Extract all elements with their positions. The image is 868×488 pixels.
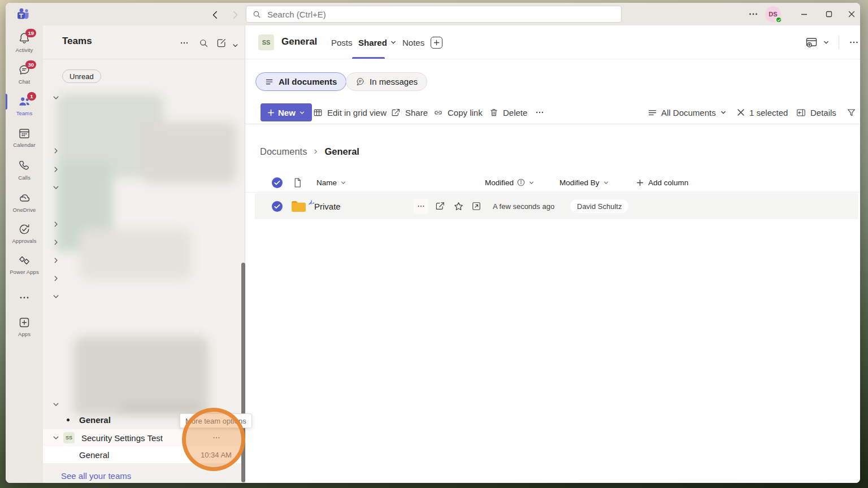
- rail-item-power-apps[interactable]: Power Apps: [6, 254, 43, 275]
- unread-filter-pill[interactable]: Unread: [62, 69, 101, 83]
- rail-item-approvals[interactable]: Approvals: [6, 223, 43, 244]
- row-more-actions-button[interactable]: [414, 199, 428, 213]
- breadcrumb-general[interactable]: General: [324, 146, 359, 157]
- chevron-right-icon[interactable]: [52, 256, 60, 264]
- calendar-icon: [18, 127, 31, 140]
- file-row-private[interactable]: Private A few seconds ago David Schultz: [255, 193, 858, 219]
- breadcrumb: Documents General: [260, 146, 359, 157]
- back-arrow-button[interactable]: [209, 8, 222, 21]
- copy-link-button[interactable]: Copy link: [433, 103, 483, 121]
- chevron-down-icon[interactable]: [52, 184, 60, 191]
- info-icon: [517, 178, 525, 186]
- chevron-right-icon[interactable]: [52, 220, 60, 228]
- modified-by-person[interactable]: David Schultz: [570, 199, 628, 213]
- channel-more-options-icon[interactable]: [848, 37, 860, 48]
- row-favorite-star-icon[interactable]: [453, 193, 465, 219]
- compose-icon[interactable]: [215, 36, 228, 50]
- rail-label: Teams: [16, 110, 32, 116]
- forward-arrow-button[interactable]: [229, 8, 241, 21]
- grid-icon: [313, 107, 323, 118]
- rail-item-calendar[interactable]: Calendar: [6, 127, 43, 148]
- channel-meeting-icon[interactable]: [805, 36, 818, 49]
- rail-item-chat[interactable]: 30 Chat: [6, 63, 43, 85]
- team-item-security-settings-test[interactable]: SS Security Settings Test: [43, 429, 242, 446]
- rail-label: Power Apps: [10, 269, 39, 275]
- share-button[interactable]: Share: [390, 103, 428, 121]
- close-button[interactable]: [843, 7, 860, 21]
- rail-item-activity[interactable]: 19 Activity: [6, 32, 43, 53]
- details-label: Details: [810, 108, 836, 117]
- filter-in-messages[interactable]: In messages: [346, 72, 427, 91]
- column-label: Modified: [485, 178, 514, 187]
- tab-shared[interactable]: Shared: [358, 25, 397, 59]
- filter-all-documents[interactable]: All documents: [255, 72, 346, 91]
- filter-funnel-icon[interactable]: [846, 103, 857, 121]
- details-button[interactable]: Details: [796, 103, 836, 121]
- tab-notes[interactable]: Notes: [402, 25, 424, 59]
- see-all-your-teams-link[interactable]: See all your teams: [61, 471, 131, 481]
- chevron-down-icon: [603, 180, 609, 186]
- teams-options-icon[interactable]: [177, 36, 191, 50]
- minimize-button[interactable]: [796, 7, 813, 21]
- row-share-icon[interactable]: [435, 193, 446, 219]
- edit-in-grid-view-button[interactable]: Edit in grid view: [313, 103, 387, 121]
- settings-more-icon[interactable]: [748, 8, 759, 20]
- chevron-down-icon[interactable]: [823, 39, 830, 46]
- compose-chevron-down-icon[interactable]: [228, 38, 242, 52]
- channel-item-general-selected[interactable]: General 10:34 AM: [43, 446, 242, 463]
- add-apps-icon: [18, 316, 31, 329]
- modified-value: A few seconds ago: [493, 193, 554, 219]
- filter-label: In messages: [370, 77, 418, 86]
- rail-item-onedrive[interactable]: OneDrive: [6, 191, 43, 213]
- select-all-checkbox[interactable]: [272, 172, 283, 193]
- new-button[interactable]: New: [261, 103, 312, 121]
- user-avatar[interactable]: DS: [765, 6, 781, 22]
- row-open-in-new-icon[interactable]: [471, 193, 482, 219]
- tab-posts[interactable]: Posts: [331, 25, 353, 59]
- activity-badge: 19: [25, 29, 36, 37]
- rail-item-apps[interactable]: Apps: [6, 316, 43, 337]
- maximize-button[interactable]: [821, 7, 837, 21]
- chevron-down-icon[interactable]: [52, 434, 60, 442]
- add-tab-button[interactable]: [431, 37, 442, 49]
- column-header-modified-by[interactable]: Modified By: [559, 172, 609, 193]
- column-header-name[interactable]: Name: [316, 172, 346, 193]
- chevron-down-icon[interactable]: [52, 293, 60, 300]
- sidebar-scrollbar[interactable]: [241, 263, 245, 482]
- column-label: Modified By: [559, 178, 600, 187]
- file-type-column-icon[interactable]: [293, 172, 302, 193]
- sidebar-search-icon[interactable]: [197, 36, 210, 50]
- global-search-bar[interactable]: [246, 6, 622, 23]
- team-name-label: Security Settings Test: [81, 433, 163, 443]
- clear-selection-button[interactable]: 1 selected: [736, 103, 788, 121]
- rail-item-teams[interactable]: 1 Teams: [6, 95, 43, 116]
- add-column-button[interactable]: Add column: [636, 172, 688, 193]
- rail-label: Calendar: [13, 142, 35, 148]
- approvals-icon: [18, 223, 31, 236]
- search-input[interactable]: [267, 10, 615, 19]
- row-checkbox-selected[interactable]: [272, 193, 283, 219]
- more-team-options-button[interactable]: [208, 429, 225, 446]
- view-selector-label: All Documents: [661, 108, 716, 117]
- chevron-right-icon[interactable]: [52, 274, 60, 282]
- sidebar-header: Teams: [43, 25, 245, 59]
- chevron-down-icon[interactable]: [52, 400, 60, 408]
- chevron-down-icon: [528, 180, 535, 186]
- column-label: Name: [316, 178, 337, 187]
- chevron-down-icon: [390, 39, 397, 46]
- delete-button[interactable]: Delete: [489, 103, 527, 121]
- rail-label: Apps: [18, 331, 31, 337]
- breadcrumb-documents[interactable]: Documents: [260, 146, 307, 157]
- chevron-right-icon[interactable]: [52, 147, 60, 155]
- chevron-down-icon[interactable]: [52, 94, 60, 102]
- toolbar-more-button[interactable]: [535, 103, 545, 121]
- search-icon: [252, 10, 262, 19]
- rail-item-more-apps[interactable]: [6, 291, 43, 306]
- chevron-right-icon[interactable]: [52, 165, 60, 173]
- chevron-right-icon[interactable]: [52, 238, 60, 246]
- rail-label: Approvals: [12, 238, 36, 244]
- column-header-modified[interactable]: Modified: [485, 172, 535, 193]
- view-selector-dropdown[interactable]: All Documents: [648, 103, 727, 121]
- rail-item-calls[interactable]: Calls: [6, 159, 43, 181]
- file-name[interactable]: Private: [314, 193, 341, 219]
